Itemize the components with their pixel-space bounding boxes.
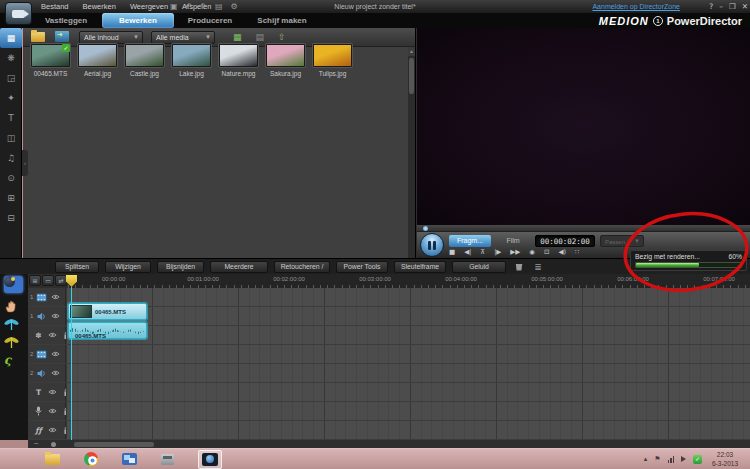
voice-track-header[interactable] — [28, 402, 66, 420]
eye-visibility-icon[interactable] — [50, 313, 61, 319]
seahorse-icon[interactable]: ς — [4, 353, 11, 367]
fragment-mode-button[interactable]: Fragm... — [449, 235, 491, 247]
directorzone-signin-link[interactable]: Aanmelden op DirectorZone — [592, 0, 680, 13]
timeline-ruler[interactable]: 00:00:0000:01:00:0000:02:00:0000:03:00:0… — [68, 274, 750, 288]
video-thumbnail[interactable]: ✓ — [31, 44, 70, 67]
network-icon[interactable] — [668, 456, 675, 463]
scrollbar-thumb[interactable] — [74, 442, 154, 447]
media-item[interactable]: ✓00465.MTS — [27, 44, 74, 77]
content-filter-dropdown[interactable]: Alle inhoud ▼ — [79, 31, 143, 44]
dual-preview-icon[interactable]: ⊡ — [544, 248, 549, 257]
list-view-icon[interactable]: ▤ — [256, 30, 265, 45]
media-item[interactable]: Tulips.jpg — [309, 44, 356, 77]
seek-bar[interactable] — [417, 225, 750, 232]
timecode-display[interactable]: 00:00:02:00 — [535, 235, 595, 247]
video-track-header[interactable]: 2 — [28, 345, 66, 363]
import-folder-icon[interactable] — [55, 31, 69, 42]
particle-room[interactable]: ✦ — [0, 88, 22, 108]
media-room[interactable]: ▦ — [0, 28, 22, 48]
redo-icon[interactable]: ↷ — [200, 0, 207, 13]
import-media-icon[interactable]: ⇧ — [278, 30, 286, 45]
pip-objects-room[interactable]: ◲ — [0, 68, 22, 88]
video-thumbnail[interactable] — [219, 44, 258, 67]
zoom-slider[interactable] — [51, 442, 56, 447]
open-folder-icon[interactable] — [31, 32, 45, 42]
image-thumbnail[interactable] — [78, 44, 117, 67]
track-content[interactable] — [66, 364, 750, 382]
fullscreen-icon[interactable]: ∷ — [575, 248, 579, 257]
toolbar-button-meerdere-bijsnijd-[interactable]: Meerdere bijsnijd... — [210, 261, 268, 273]
sidebar-expander[interactable]: › — [22, 150, 28, 176]
eye-visibility-icon[interactable] — [47, 408, 58, 414]
stop-icon[interactable]: ■ — [449, 248, 455, 257]
volume-icon[interactable] — [681, 456, 686, 462]
timeline-scrollbar[interactable]: − — [28, 440, 750, 448]
eye-visibility-icon[interactable] — [47, 332, 58, 338]
track-content[interactable] — [66, 383, 750, 401]
previous-frame-icon[interactable]: ◀| — [464, 248, 471, 257]
powerdirector-taskbar-icon[interactable] — [198, 450, 222, 469]
explorer-taskbar-icon[interactable] — [45, 454, 60, 465]
library-scrollbar[interactable]: ▲ — [408, 47, 415, 258]
update-shield-icon[interactable]: ✓ — [693, 455, 702, 464]
eye-visibility-icon[interactable] — [47, 389, 58, 395]
tray-expand-icon[interactable]: ▴ — [644, 455, 648, 463]
toolbar-button-wijzigen[interactable]: Wijzigen — [105, 261, 151, 273]
audio-mixing-room[interactable]: ♫ — [0, 148, 22, 168]
toolbar-button-retoucheren-v-[interactable]: Retoucheren / V... — [274, 261, 330, 273]
fit-timeline-button[interactable]: ⇄ — [55, 275, 67, 286]
eye-visibility-icon[interactable] — [50, 294, 61, 300]
dragonfly-cyan-icon[interactable] — [4, 318, 19, 331]
desktop-app-icon[interactable] — [4, 276, 23, 293]
menu-item-bewerken[interactable]: Bewerken — [76, 0, 123, 13]
taskbar-clock[interactable]: 22:03 6-3-2013 — [704, 451, 746, 468]
image-thumbnail[interactable] — [266, 44, 305, 67]
media-item[interactable]: Aerial.jpg — [74, 44, 121, 77]
scrollbar-thumb[interactable] — [409, 58, 414, 94]
eye-visibility-icon[interactable] — [47, 427, 58, 433]
tab-schijf-maken[interactable]: Schijf maken — [246, 13, 318, 28]
menu-item-bestand[interactable]: Bestand — [34, 0, 76, 13]
restore-button[interactable]: ❐ — [729, 0, 736, 13]
image-thumbnail[interactable] — [125, 44, 164, 67]
title-track-header[interactable]: T — [28, 383, 66, 401]
menu-item-weergeven[interactable]: Weergeven — [123, 0, 175, 13]
toolbar-button-sleutelframe[interactable]: Sleutelframe — [394, 261, 446, 273]
toolbar-button-geluid-bewerken[interactable]: Geluid bewerken — [452, 261, 506, 273]
action-center-flag-icon[interactable]: ⚑ — [654, 455, 660, 463]
chrome-taskbar-icon[interactable] — [84, 452, 98, 466]
track-manager-button[interactable]: ≣ — [531, 261, 545, 273]
remote-desktop-taskbar-icon[interactable] — [122, 453, 137, 465]
track-content[interactable] — [66, 326, 750, 344]
track-content[interactable] — [66, 288, 750, 306]
fx-track-header[interactable]: ✽ — [28, 326, 66, 344]
grid-view-icon[interactable]: ▦ — [233, 30, 242, 45]
transition-room[interactable]: ◫ — [0, 128, 22, 148]
track-content[interactable] — [66, 307, 750, 325]
video-clip[interactable]: 00465.MTS — [68, 303, 147, 320]
title-room[interactable]: T — [0, 108, 22, 128]
track-content[interactable] — [66, 421, 750, 439]
fast-forward-icon[interactable]: ▶▶ — [510, 248, 520, 257]
volume-icon[interactable]: ◀) — [558, 248, 566, 257]
toolbar-button-bijsnijden[interactable]: Bijsnijden — [157, 261, 204, 273]
trash-button[interactable] — [512, 261, 526, 273]
chapter-room[interactable]: ⊞ — [0, 188, 22, 208]
image-thumbnail[interactable] — [172, 44, 211, 67]
music-track-header[interactable]: ƒƒ — [28, 421, 66, 439]
pause-button[interactable] — [420, 233, 444, 257]
snapshot-icon[interactable]: ◉ — [529, 248, 535, 257]
zoom-fit-dropdown[interactable]: Passen ▼ — [600, 235, 644, 247]
step-icon[interactable]: ⊼ — [480, 248, 485, 257]
toolbar-button-power-tools[interactable]: Power Tools — [336, 261, 388, 273]
track-manager-button[interactable]: ⊞ — [29, 275, 41, 286]
media-item[interactable]: Sakura.jpg — [262, 44, 309, 77]
media-item[interactable]: Lake.jpg — [168, 44, 215, 77]
hand-icon[interactable] — [4, 299, 18, 313]
save-icon[interactable]: ▣ — [170, 0, 178, 13]
aspect-ratio-icon[interactable]: ▤ — [215, 0, 223, 13]
video-track-header[interactable]: 1 — [28, 288, 66, 306]
close-button[interactable]: ✕ — [742, 0, 748, 13]
dragonfly-yellow-icon[interactable] — [4, 336, 19, 349]
media-item[interactable]: Nature.mpg — [215, 44, 262, 77]
